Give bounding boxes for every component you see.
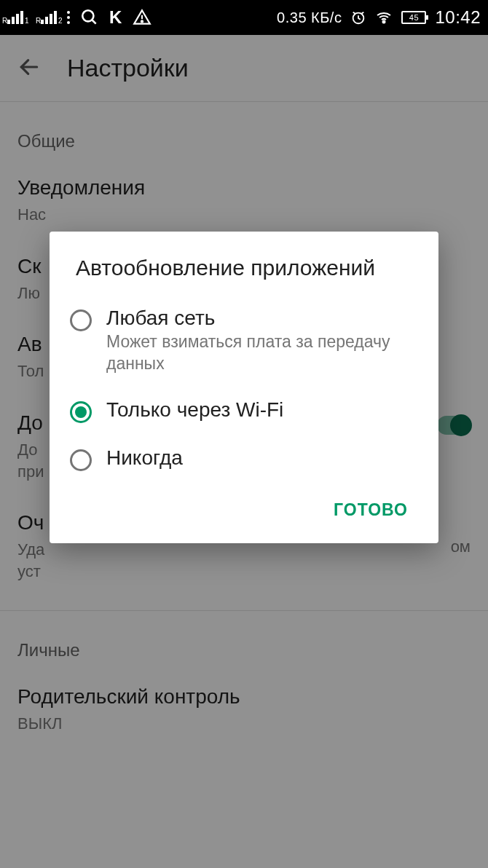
radio-label: Никогда — [106, 446, 183, 470]
svg-line-1 — [92, 20, 95, 23]
radio-sub: Может взиматься плата за передачу данных — [106, 331, 412, 375]
more-dots-icon — [67, 11, 70, 24]
wifi-icon — [375, 9, 393, 26]
svg-point-3 — [141, 20, 143, 22]
warning-triangle-icon — [133, 8, 151, 27]
radio-label: Любая сеть — [106, 307, 412, 330]
battery-icon: 45 — [401, 11, 426, 24]
radio-option-any-network[interactable]: Любая сеть Может взиматься плата за пере… — [50, 295, 438, 387]
radio-icon — [70, 401, 92, 423]
net-speed: 0.35 КБ/с — [277, 9, 342, 26]
clock: 10:42 — [435, 7, 481, 28]
alarm-icon — [350, 9, 366, 25]
svg-point-0 — [82, 10, 93, 21]
radio-icon — [70, 449, 92, 471]
signal-sim2-icon: R 2 — [41, 11, 57, 24]
signal-sim1-icon: R 1 — [7, 11, 23, 24]
autoupdate-dialog: Автообновление приложений Любая сеть Мож… — [50, 232, 438, 543]
k-icon: K — [109, 7, 122, 28]
search-icon — [80, 8, 99, 27]
svg-point-5 — [383, 21, 385, 23]
radio-option-never[interactable]: Никогда — [50, 435, 438, 483]
radio-icon — [70, 309, 92, 331]
dialog-title: Автообновление приложений — [50, 253, 438, 295]
radio-label: Только через Wi-Fi — [106, 398, 283, 422]
battery-percent: 45 — [409, 13, 419, 22]
done-button[interactable]: ГОТОВО — [323, 493, 418, 527]
status-bar: R 1 R 2 K 0.35 КБ/с — [0, 0, 488, 35]
radio-option-wifi-only[interactable]: Только через Wi-Fi — [50, 387, 438, 435]
